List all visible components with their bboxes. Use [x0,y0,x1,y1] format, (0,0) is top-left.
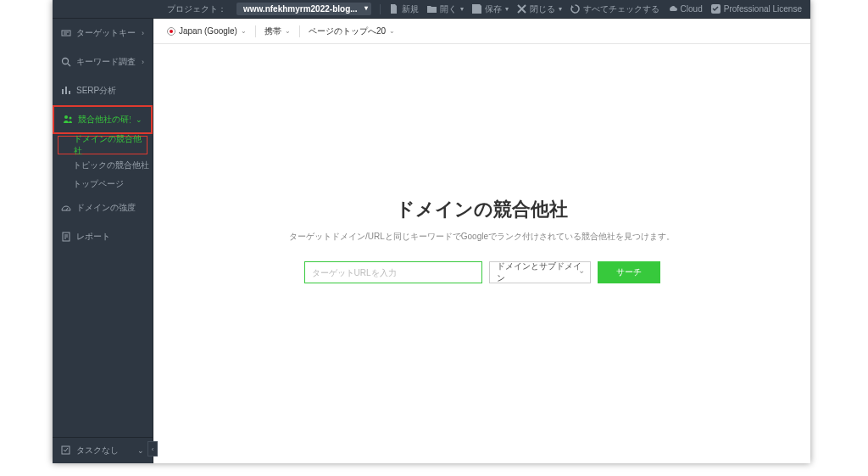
target-url-input[interactable] [304,261,482,283]
svg-point-2 [63,59,69,64]
folder-open-icon [427,4,437,14]
sidebar-item-tasks[interactable]: タスクなし ⌄ [53,438,153,463]
sidebar-item-reports[interactable]: レポート [53,222,153,251]
sidebar-item-label: レポート [76,231,144,243]
sidebar-item-label: ドメインの強度 [76,202,144,214]
hero: ドメインの競合他社 ターゲットドメイン/URLと同じキーワードでGoogleでラ… [153,44,810,463]
save-button[interactable]: 保存▾ [472,3,509,15]
bar-chart-icon [61,86,71,96]
refresh-icon [570,4,580,14]
chevron-right-icon: › [142,29,144,37]
sidebar-item-target-keywords[interactable]: ターゲットキーワード › [53,19,153,48]
sidebar-item-label: ターゲットキーワード [76,27,136,39]
japan-flag-icon [167,27,175,36]
sidebar-item-label: キーワード調査 [76,56,136,68]
separator [380,4,381,14]
sidebar-item-domain-strength[interactable]: ドメインの強度 [53,193,153,222]
svg-point-3 [64,115,68,119]
open-button[interactable]: 開く▾ [427,3,464,15]
sidebar-item-label: SERP分析 [76,85,144,97]
people-icon [63,115,73,125]
separator [299,25,300,37]
sidebar-subitem-top-pages[interactable]: トップページ [53,175,153,193]
sidebar-item-label: タスクなし [76,445,132,456]
target-icon [61,28,71,38]
check-badge-icon [711,4,721,14]
chevron-down-icon: ⌄ [136,115,142,124]
check-all-button[interactable]: すべてチェックする [570,3,659,15]
cloud-button[interactable]: Cloud [668,4,703,14]
search-row: ドメインとサブドメイン サーチ [304,261,660,283]
scope-dropdown[interactable]: ドメインとサブドメイン [489,261,591,283]
project-selector[interactable]: www.nfekhmyrm2022-blog... [236,3,371,15]
top-menu-bar: プロジェクト： www.nfekhmyrm2022-blog... 新規 開く▾… [53,0,810,19]
region-selector[interactable]: Japan (Google) ⌄ [167,26,247,36]
save-icon [472,4,481,14]
tasks-icon [61,445,71,456]
chevron-down-icon: ⌄ [137,446,144,455]
project-label: プロジェクト： [167,3,226,15]
report-icon [61,232,71,242]
sidebar-subitem-domain-competitors[interactable]: ドメインの競合他社 [58,136,147,154]
main-panel: Japan (Google) ⌄ 携帯 ⌄ ページのトップへ20 ⌄ ドメインの… [153,19,810,463]
cloud-icon [668,4,677,14]
sidebar-item-keyword-research[interactable]: キーワード調査 › [53,48,153,76]
page-title: ドメインの競合他社 [396,197,568,222]
close-button[interactable]: 閉じる▾ [517,3,562,15]
separator [255,25,256,37]
close-icon [517,4,526,14]
file-icon [389,4,398,14]
sidebar-item-serp-analysis[interactable]: SERP分析 [53,76,153,105]
sidebar-collapse-button[interactable]: ‹ [147,441,158,456]
body: ターゲットキーワード › キーワード調査 › SERP分析 競合他社の研究 ⌄ … [53,19,810,463]
svg-point-4 [70,117,72,120]
sidebar-item-label: 競合他社の研究 [78,114,131,126]
sidebar-item-competitor-research[interactable]: 競合他社の研究 ⌄ [53,105,153,134]
search-button[interactable]: サーチ [598,261,660,283]
svg-rect-1 [62,31,70,36]
context-bar: Japan (Google) ⌄ 携帯 ⌄ ページのトップへ20 ⌄ [153,19,810,44]
chevron-down-icon: ⌄ [241,27,247,35]
sidebar: ターゲットキーワード › キーワード調査 › SERP分析 競合他社の研究 ⌄ … [53,19,153,463]
sidebar-subitem-topic-competitors[interactable]: トピックの競合他社 [53,156,153,175]
new-button[interactable]: 新規 [389,3,419,15]
page-subtitle: ターゲットドメイン/URLと同じキーワードでGoogleでランク付けされている競… [289,231,675,243]
sidebar-bottom: タスクなし ⌄ [53,437,153,463]
app-window: プロジェクト： www.nfekhmyrm2022-blog... 新規 開く▾… [53,0,810,463]
license-badge[interactable]: Professional License [711,4,802,14]
search-icon [61,57,71,67]
chevron-right-icon: › [142,58,144,66]
device-selector[interactable]: 携帯 ⌄ [264,25,291,37]
chevron-down-icon: ⌄ [285,27,291,35]
chevron-down-icon: ⌄ [389,27,395,35]
top-count-selector[interactable]: ページのトップへ20 ⌄ [309,25,395,37]
gauge-icon [61,203,71,213]
